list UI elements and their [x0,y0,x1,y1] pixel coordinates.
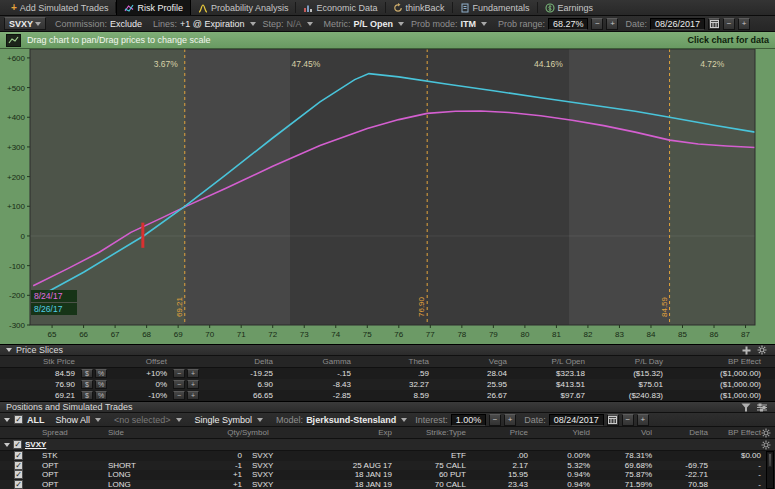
filter-icon[interactable] [741,403,751,412]
price-slices-header[interactable]: Price Slices [0,344,775,356]
cell-strike-type: ETF [392,451,466,460]
model-select[interactable]: Model: Bjerksund-Stensland [274,415,409,425]
date-increment-button[interactable]: + [738,18,750,30]
date-decrement-button[interactable]: − [723,18,735,30]
svg-text:68: 68 [142,330,151,339]
position-checkbox[interactable] [14,480,23,489]
positions-date-label: Date: [524,415,546,425]
position-checkbox[interactable] [14,470,23,479]
all-label: ALL [27,415,45,425]
slice-pl-day: $75.01 [599,380,677,389]
col-qty-symbol: Qty/Symbol [196,428,300,437]
slice-dollar-mode-button[interactable]: $ [81,369,93,378]
col-bp-effect: BP Effect [677,357,775,366]
positions-date-increment-button[interactable]: + [637,414,649,426]
prob-range-input[interactable]: 68.27% [548,18,589,30]
svg-text:69: 69 [174,330,183,339]
cell-delta: -69.75 [652,461,708,470]
positions-date-decrement-button[interactable]: − [622,414,634,426]
metric-label: Metric: [324,19,351,29]
chart-menu-button[interactable] [6,34,21,47]
positions-table: STK 0 SVXY ETF .00 0.00% 78.31% $0.00 OP… [0,451,775,489]
commission-setting[interactable]: Commission: Exclude [53,19,144,29]
interest-increment-button[interactable]: + [504,414,516,426]
slice-percent-mode-button[interactable]: % [95,391,107,400]
slice-price[interactable]: 76.90 [0,380,75,389]
chart-data-hint: Click chart for data [687,35,769,45]
gear-icon[interactable] [761,440,771,450]
chevron-down-icon [481,22,487,26]
cell-side: LONG [108,470,196,479]
tab-thinkback[interactable]: thinkBack [386,0,452,15]
view-mode-select[interactable]: Single Symbol [193,415,266,425]
symbol-group-checkbox[interactable] [13,440,22,449]
lines-select[interactable]: Lines: +1 @ Expiration [151,19,257,29]
add-simulated-trades-button[interactable]: + Add Simulated Trades [4,0,115,15]
add-slice-icon[interactable] [742,346,751,355]
prob-range-increment-button[interactable]: + [606,18,618,30]
tab-economic-data[interactable]: Economic Data [296,0,384,15]
position-checkbox[interactable] [14,451,23,460]
chevron-down-icon [35,22,41,26]
slice-delta: -19.25 [209,369,287,378]
calendar-button[interactable] [708,18,720,30]
step-select[interactable]: Step: N/A [261,19,315,29]
positions-header[interactable]: Positions and Simulated Trades [0,401,775,413]
position-checkbox[interactable] [14,461,23,470]
slice-percent-mode-button[interactable]: % [95,380,107,389]
interest-input[interactable]: 1.00% [451,414,487,426]
collapse-icon[interactable] [4,418,10,422]
settings-sliders-icon[interactable] [757,403,767,412]
slice-increment-button[interactable]: + [187,380,199,389]
cell-exp: 18 JAN 19 [300,470,392,479]
svg-text:+600: +600 [7,54,26,63]
slice-decrement-button[interactable]: − [173,391,185,400]
position-row: STK 0 SVXY ETF .00 0.00% 78.31% $0.00 [0,451,775,461]
tab-risk-profile[interactable]: Risk Profile [116,0,191,15]
show-all-select[interactable]: Show All [54,415,104,425]
slice-decrement-button[interactable]: − [173,380,185,389]
scrollbar[interactable] [766,451,774,489]
tab-probability-analysis[interactable]: Probability Analysis [191,0,296,15]
slice-dollar-mode-button[interactable]: $ [81,380,93,389]
slice-decrement-button[interactable]: − [173,369,185,378]
cell-symbol: SVXY [242,461,300,470]
prob-mode-select[interactable]: Prob mode: ITM [409,19,489,29]
slice-price[interactable]: 84.59 [0,369,75,378]
col-spread: Spread [42,428,108,437]
date-input[interactable]: 08/26/2017 [650,18,705,30]
symbol-group-row[interactable]: SVXY [0,439,775,451]
add-icon: + [11,2,17,13]
positions-calendar-button[interactable] [607,414,619,426]
metric-select[interactable]: Metric: P/L Open [322,19,406,29]
slice-dollar-mode-button[interactable]: $ [81,391,93,400]
slice-offset[interactable]: +10% [115,369,167,378]
interest-decrement-button[interactable]: − [489,414,501,426]
collapse-icon[interactable] [4,443,10,447]
group-select[interactable]: <no selected> [112,415,184,425]
cell-price: 2.17 [466,461,528,470]
symbol-group-label[interactable]: SVXY [25,440,46,449]
risk-profile-chart[interactable]: 69.2176.9084.593.67%47.45%44.16%4.72%8/2… [0,49,775,344]
risk-profile-plot[interactable]: 69.2176.9084.593.67%47.45%44.16%4.72%8/2… [0,49,775,344]
all-checkbox[interactable] [14,415,23,424]
positions-date-input[interactable]: 08/24/2017 [549,414,604,426]
slice-offset[interactable]: 0% [115,380,167,389]
slice-increment-button[interactable]: + [187,391,199,400]
slice-increment-button[interactable]: + [187,369,199,378]
gear-icon[interactable] [761,428,771,438]
step-label: Step: [263,19,284,29]
slice-gamma: -2.85 [287,391,365,400]
scrollbar-thumb[interactable] [768,453,772,467]
svg-text:67: 67 [111,330,120,339]
tab-fundamentals[interactable]: Fundamentals [453,0,537,15]
slice-offset[interactable]: -10% [115,391,167,400]
symbol-select[interactable]: SVXY [4,17,46,30]
collapse-icon[interactable] [6,348,12,352]
slice-percent-mode-button[interactable]: % [95,369,107,378]
slice-price[interactable]: 69.21 [0,391,75,400]
gear-icon[interactable] [757,345,767,355]
svg-text:-200: -200 [9,291,26,300]
tab-earnings[interactable]: Earnings [538,0,601,15]
prob-range-decrement-button[interactable]: − [591,18,603,30]
